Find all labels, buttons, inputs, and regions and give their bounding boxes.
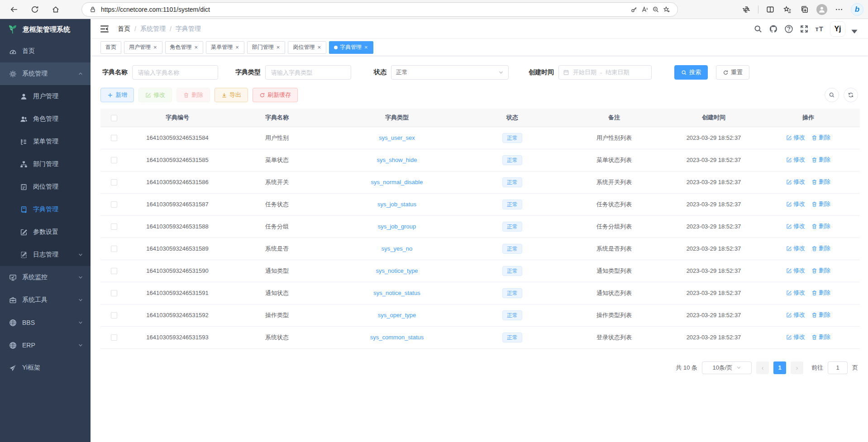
dict-type-link[interactable]: sys_oper_type <box>378 312 416 318</box>
dict-type-link[interactable]: sys_notice_status <box>373 290 420 296</box>
status-select[interactable]: 正常 <box>391 65 509 80</box>
edit-row-link[interactable]: 修改 <box>786 266 805 275</box>
help-icon[interactable] <box>784 24 793 33</box>
edit-row-link[interactable]: 修改 <box>786 311 805 319</box>
dict-type-link[interactable]: sys_normal_disable <box>371 179 423 185</box>
tab-post-mgmt[interactable]: 岗位管理× <box>288 41 326 54</box>
sidebar-item-bbs[interactable]: BBS <box>0 311 91 334</box>
sidebar-item-dept-mgmt[interactable]: 部门管理 <box>0 153 91 176</box>
edit-row-link[interactable]: 修改 <box>786 156 805 164</box>
add-favorite-icon[interactable] <box>661 4 672 15</box>
delete-row-link[interactable]: 删除 <box>811 311 830 319</box>
select-all-checkbox[interactable] <box>111 115 117 121</box>
delete-row-link[interactable]: 删除 <box>811 156 830 164</box>
read-aloud-icon[interactable] <box>639 4 650 15</box>
dict-type-link[interactable]: sys_job_group <box>378 223 416 230</box>
app-logo[interactable]: 意框架管理系统 <box>0 19 91 40</box>
zoom-out-icon[interactable] <box>650 4 661 15</box>
back-icon[interactable] <box>7 3 21 16</box>
dict-type-link[interactable]: sys_common_status <box>370 334 424 341</box>
row-checkbox[interactable] <box>111 246 117 252</box>
tab-role-mgmt[interactable]: 角色管理× <box>165 41 204 54</box>
tab-menu-mgmt[interactable]: 菜单管理× <box>206 41 244 54</box>
dict-type-input[interactable] <box>265 65 351 80</box>
search-button[interactable]: 搜索 <box>674 65 708 80</box>
delete-row-link[interactable]: 删除 <box>811 266 830 275</box>
dict-type-link[interactable]: sys_show_hide <box>377 157 417 163</box>
row-checkbox[interactable] <box>111 223 117 230</box>
sidebar-item-erp[interactable]: ERP <box>0 334 91 356</box>
font-size-icon[interactable]: ᴛT <box>815 25 824 33</box>
row-checkbox[interactable] <box>111 268 117 274</box>
search-icon[interactable] <box>754 24 763 33</box>
sidebar-item-home[interactable]: 首页 <box>0 40 91 62</box>
edit-row-link[interactable]: 修改 <box>786 244 805 252</box>
delete-row-link[interactable]: 删除 <box>811 289 830 297</box>
delete-row-link[interactable]: 删除 <box>811 244 830 252</box>
row-checkbox[interactable] <box>111 157 117 163</box>
dict-type-link[interactable]: sys_yes_no <box>382 245 413 252</box>
lock-icon[interactable] <box>87 4 98 15</box>
url-text[interactable]: https://ccnetcore.com:1101/system/dict <box>101 6 629 13</box>
delete-row-link[interactable]: 删除 <box>811 222 830 230</box>
row-checkbox[interactable] <box>111 201 117 208</box>
close-icon[interactable]: × <box>364 44 368 50</box>
refresh-cache-button[interactable]: 刷新缓存 <box>253 88 298 102</box>
close-icon[interactable]: × <box>276 44 281 50</box>
edit-row-link[interactable]: 修改 <box>786 178 805 186</box>
sidebar-item-user-mgmt[interactable]: 用户管理 <box>0 85 91 108</box>
chevron-down-icon[interactable] <box>850 27 859 36</box>
sidebar-item-post-mgmt[interactable]: 岗位管理 <box>0 176 91 198</box>
delete-row-link[interactable]: 删除 <box>811 200 830 208</box>
tab-user-mgmt[interactable]: 用户管理× <box>124 41 162 54</box>
bing-copilot-icon[interactable]: b <box>851 3 863 16</box>
dict-name-input[interactable] <box>132 65 218 80</box>
home-icon[interactable] <box>49 3 62 16</box>
edit-row-link[interactable]: 修改 <box>786 200 805 208</box>
date-range-picker[interactable]: 开始日期 - 结束日期 <box>558 65 652 80</box>
more-menu-icon[interactable] <box>834 4 844 15</box>
dict-type-link[interactable]: sys_notice_type <box>376 267 418 274</box>
goto-page-input[interactable] <box>828 361 848 374</box>
edit-row-link[interactable]: 修改 <box>786 333 805 341</box>
refresh-table-button[interactable] <box>844 88 858 102</box>
reload-icon[interactable] <box>28 3 42 16</box>
collapse-sidebar-icon[interactable] <box>100 24 110 34</box>
delete-row-link[interactable]: 删除 <box>811 133 830 142</box>
dict-type-link[interactable]: sys_user_sex <box>379 134 415 141</box>
add-button[interactable]: 新增 <box>100 88 134 102</box>
fullscreen-icon[interactable] <box>800 24 809 33</box>
row-checkbox[interactable] <box>111 290 117 296</box>
close-icon[interactable]: × <box>153 44 157 50</box>
split-screen-icon[interactable] <box>765 4 776 15</box>
row-checkbox[interactable] <box>111 334 117 341</box>
close-icon[interactable]: × <box>317 44 321 50</box>
delete-row-link[interactable]: 删除 <box>811 178 830 186</box>
profile-avatar[interactable] <box>816 4 827 15</box>
sidebar-item-dict-mgmt[interactable]: 字典管理 <box>0 198 91 221</box>
tab-dict-mgmt[interactable]: 字典管理× <box>329 41 373 54</box>
github-icon[interactable] <box>769 24 778 33</box>
breadcrumb-item[interactable]: 首页 <box>118 25 130 33</box>
row-checkbox[interactable] <box>111 312 117 318</box>
dict-type-link[interactable]: sys_job_status <box>377 201 416 208</box>
sidebar-item-yi-framework[interactable]: Yi框架 <box>0 356 91 379</box>
sidebar-item-menu-mgmt[interactable]: 菜单管理 <box>0 130 91 153</box>
sidebar-item-role-mgmt[interactable]: 角色管理 <box>0 108 91 130</box>
user-avatar[interactable]: Yj <box>830 21 845 37</box>
next-page-button[interactable]: › <box>791 361 803 374</box>
edit-row-link[interactable]: 修改 <box>786 289 805 297</box>
row-checkbox[interactable] <box>111 179 117 185</box>
password-key-icon[interactable] <box>629 4 639 15</box>
edit-row-link[interactable]: 修改 <box>786 222 805 230</box>
current-page[interactable]: 1 <box>773 361 786 374</box>
edit-row-link[interactable]: 修改 <box>786 133 805 142</box>
tab-dept-mgmt[interactable]: 部门管理× <box>247 41 286 54</box>
address-bar[interactable]: https://ccnetcore.com:1101/system/dict <box>81 2 678 17</box>
sidebar-item-system-mgmt[interactable]: 系统管理 <box>0 62 91 85</box>
collections-icon[interactable] <box>799 4 810 15</box>
export-button[interactable]: 导出 <box>215 88 248 102</box>
extensions-icon[interactable] <box>741 4 752 15</box>
toggle-search-button[interactable] <box>825 88 839 102</box>
sidebar-item-system-tools[interactable]: 系统工具 <box>0 289 91 311</box>
